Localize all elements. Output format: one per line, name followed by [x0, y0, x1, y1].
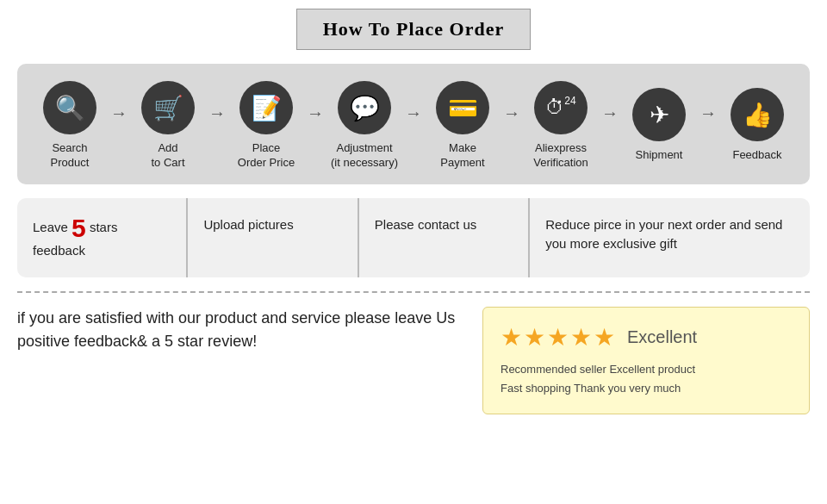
rating-top: ★★★★★ Excellent — [501, 323, 792, 352]
arrow-2: → — [208, 103, 226, 147]
rating-line1: Recommended seller Excellent product — [501, 360, 792, 379]
arrow-5: → — [503, 103, 520, 147]
step-shipment-label: Shipment — [636, 148, 683, 163]
rating-line2: Fast shopping Thank you very much — [501, 379, 792, 398]
step-verification: ⏱24 AliexpressVerification — [522, 81, 600, 171]
payment-icon: 💳 — [436, 81, 489, 134]
step-search-label: SearchProduct — [51, 141, 90, 171]
step-order-label: PlaceOrder Price — [238, 141, 295, 171]
rating-box: ★★★★★ Excellent Recommended seller Excel… — [482, 307, 810, 414]
step-adjustment-label: Adjustment(it necessary) — [331, 141, 398, 171]
step-shipment: ✈ Shipment — [620, 88, 698, 163]
verification-icon: ⏱24 — [534, 81, 588, 134]
step-search: 🔍 SearchProduct — [31, 81, 109, 171]
cart-icon: 🛒 — [141, 81, 195, 134]
steps-row: 🔍 SearchProduct → 🛒 Addto Cart → 📝 Place… — [34, 81, 793, 171]
contact-us-cell: Please contact us — [358, 198, 528, 278]
feedback-row: Leave 5 stars feedback Upload pictures P… — [17, 198, 810, 278]
feedback-section: Leave 5 stars feedback Upload pictures P… — [17, 198, 810, 278]
step-feedback-label: Feedback — [732, 148, 781, 163]
five-stars-number: 5 — [72, 214, 86, 242]
step-cart-label: Addto Cart — [151, 141, 184, 171]
arrow-3: → — [307, 103, 324, 147]
step-payment: 💳 MakePayment — [424, 81, 501, 171]
adjustment-icon: 💬 — [338, 81, 391, 134]
title-section: How To Place Order — [17, 9, 810, 50]
bottom-text: if you are satisfied with our product an… — [17, 307, 457, 353]
excellent-label: Excellent — [627, 327, 697, 347]
upload-pictures-cell: Upload pictures — [186, 198, 357, 278]
step-verification-label: AliexpressVerification — [533, 141, 588, 171]
arrow-4: → — [405, 103, 422, 147]
feedback-icon: 👍 — [731, 88, 784, 141]
reduce-price-cell: Reduce pirce in your next order and send… — [528, 198, 810, 278]
step-cart: 🛒 Addto Cart — [129, 81, 207, 171]
page-title: How To Place Order — [296, 9, 531, 50]
bottom-section: if you are satisfied with our product an… — [17, 291, 810, 414]
order-icon: 📝 — [239, 81, 293, 134]
search-icon: 🔍 — [43, 81, 96, 134]
leave-stars-cell: Leave 5 stars feedback — [17, 198, 186, 278]
arrow-7: → — [700, 103, 717, 147]
shipment-icon: ✈ — [632, 88, 686, 141]
arrow-1: → — [110, 103, 127, 147]
stars-display: ★★★★★ — [501, 323, 617, 352]
steps-section: 🔍 SearchProduct → 🛒 Addto Cart → 📝 Place… — [17, 64, 810, 184]
step-adjustment: 💬 Adjustment(it necessary) — [326, 81, 403, 171]
step-feedback: 👍 Feedback — [718, 88, 796, 163]
arrow-6: → — [601, 103, 619, 147]
step-order: 📝 PlaceOrder Price — [227, 81, 305, 171]
step-payment-label: MakePayment — [440, 141, 484, 171]
